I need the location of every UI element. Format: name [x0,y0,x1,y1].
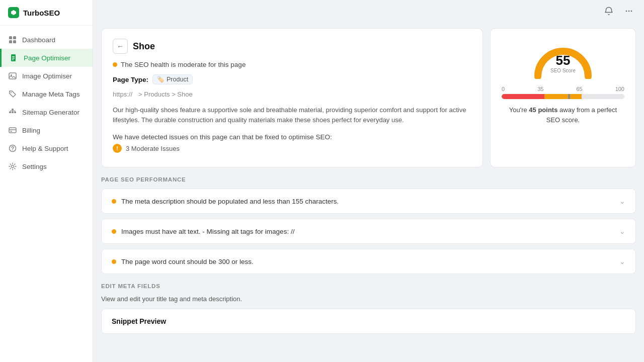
snippet-preview-card: Snippet Preview [101,309,636,334]
svg-rect-7 [12,59,14,60]
performance-section-title: PAGE SEO PERFORMANCE [101,176,636,183]
issues-section: We have detected issues on this page can… [113,133,471,153]
image-icon [8,71,17,80]
perf-item-1-text: The meta description should be populated… [121,198,339,205]
svg-point-26 [628,11,630,12]
sidebar-item-image-optimiser-label: Image Optimiser [22,72,72,80]
sidebar-item-sitemap-generator-label: Sitemap Generator [22,109,79,116]
notification-icon[interactable] [602,4,616,18]
sidebar-item-sitemap-generator[interactable]: Sitemap Generator [0,103,93,121]
sidebar-logo: TurboSEO [0,0,93,26]
sidebar-item-help-support[interactable]: Help & Support [0,139,93,157]
score-label-65: 65 [576,86,582,92]
perf-item-2-text: Images must have alt text. - Missing alt… [121,228,294,235]
score-bar-container: 0 35 65 100 [502,86,624,99]
app-name: TurboSEO [23,9,60,17]
sidebar-item-settings[interactable]: Settings [0,157,93,175]
score-description: You're 45 points away from a perfect SEO… [502,105,624,125]
sidebar-item-page-optimiser[interactable]: Page Optimiser [0,49,93,67]
sitemap-icon [8,108,17,117]
svg-rect-14 [14,112,16,113]
perf-dot-1 [112,199,116,204]
sidebar-item-manage-meta-tags[interactable]: Manage Meta Tags [0,85,93,103]
perf-item-2-left: Images must have alt text. - Missing alt… [112,228,294,235]
sidebar-item-page-optimiser-label: Page Optimiser [24,54,70,62]
issues-count: 3 Moderate Issues [126,145,180,152]
score-bar-red [502,94,544,99]
score-label-100: 100 [615,86,624,92]
score-label-0: 0 [502,86,505,92]
page-description: Our high-quality shoes feature a support… [113,105,471,125]
score-bar-orange [544,94,581,99]
svg-rect-13 [12,112,14,113]
warning-icon: ! [113,144,122,153]
svg-rect-19 [9,128,16,133]
top-row: ← Shoe The SEO health is moderate for th… [101,28,636,167]
billing-icon [8,126,17,135]
score-desc-prefix: You're [509,106,529,114]
score-desc-bold: 45 points [529,106,557,114]
seo-score-label: SEO Score [550,68,576,73]
logo-icon [8,7,19,18]
perf-dot-2 [112,229,116,234]
chevron-down-icon-3: ⌄ [619,257,625,265]
svg-point-23 [12,150,13,150]
edit-meta-section: EDIT META FIELDS View and edit your titl… [101,283,636,334]
seo-score-card: 55 SEO Score 0 35 65 100 [490,28,636,167]
topbar [93,0,644,22]
tag-icon [8,89,17,99]
score-pointer [568,94,570,99]
svg-point-10 [11,92,12,93]
url-row: https:// > Products > Shoe [113,90,471,98]
issues-row: ! 3 Moderate Issues [113,144,471,153]
back-button[interactable]: ← [113,39,128,54]
gauge-container: 55 SEO Score [530,39,596,79]
page-card-header: ← Shoe [113,39,471,54]
score-bar-track [502,94,624,99]
perf-item-2[interactable]: Images must have alt text. - Missing alt… [101,219,636,244]
svg-rect-3 [13,40,16,43]
edit-meta-section-title: EDIT META FIELDS [101,283,636,289]
svg-rect-6 [12,58,15,59]
sidebar-item-settings-label: Settings [22,163,47,170]
more-icon[interactable] [622,4,636,18]
score-bar-green [582,94,624,99]
sidebar-item-dashboard-label: Dashboard [22,36,55,44]
sidebar-nav: Dashboard Page Optimiser Image Optimiser… [0,26,93,362]
file-icon [10,53,19,62]
svg-point-25 [626,11,627,12]
edit-meta-desc: View and edit your title tag and meta de… [101,295,636,303]
health-text: The SEO health is moderate for this page [121,61,246,68]
svg-point-22 [10,145,16,152]
svg-rect-21 [10,131,12,132]
grid-icon [8,35,17,44]
tag-badge-icon: 🏷️ [157,76,165,83]
sidebar: TurboSEO Dashboard Page Optimiser Image … [0,0,93,362]
health-row: The SEO health is moderate for this page [113,61,471,68]
gauge-center-text: 55 SEO Score [550,54,576,73]
svg-rect-12 [9,112,11,113]
page-title: Shoe [133,41,155,52]
page-type-value: Product [167,76,188,83]
perf-item-1[interactable]: The meta description should be populated… [101,189,636,214]
svg-rect-5 [12,56,15,57]
sidebar-item-manage-meta-tags-label: Manage Meta Tags [22,90,80,98]
sidebar-item-billing[interactable]: Billing [0,121,93,139]
page-type-row: Page Type: 🏷️ Product [113,74,471,84]
snippet-preview-title: Snippet Preview [112,317,166,325]
score-bar-labels: 0 35 65 100 [502,86,624,92]
svg-rect-2 [9,40,12,43]
performance-section: PAGE SEO PERFORMANCE The meta descriptio… [101,176,636,274]
main-inner: ← Shoe The SEO health is moderate for th… [101,28,636,334]
issues-intro: We have detected issues on this page can… [113,133,332,141]
page-type-label: Page Type: [113,76,148,83]
sidebar-item-image-optimiser[interactable]: Image Optimiser [0,67,93,85]
svg-rect-11 [12,109,14,110]
page-url: https:// [113,90,132,98]
settings-icon [8,162,17,171]
sidebar-item-dashboard[interactable]: Dashboard [0,31,93,49]
svg-point-27 [631,11,632,12]
perf-item-3[interactable]: The page word count should be 300 or les… [101,249,636,274]
chevron-down-icon-2: ⌄ [619,227,625,235]
page-breadcrumb: > Products > Shoe [138,90,193,98]
